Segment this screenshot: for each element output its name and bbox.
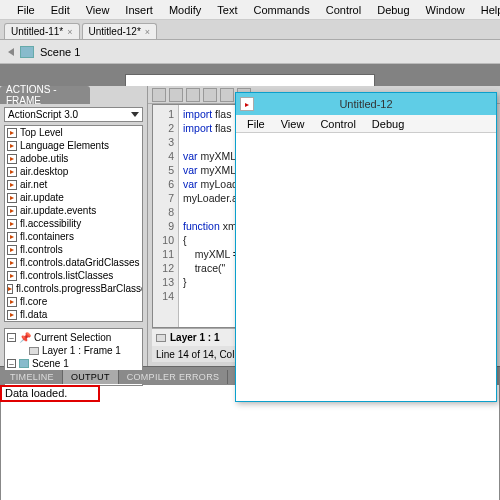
chevron-down-icon <box>131 112 139 117</box>
package-label: fl.controls.listClasses <box>20 270 113 281</box>
package-label: air.net <box>20 179 47 190</box>
line-gutter: 1234567891011121314 <box>153 105 179 327</box>
package-icon: ▸ <box>7 310 17 320</box>
pin-icon: 📌 <box>19 332 31 343</box>
stage-canvas[interactable] <box>125 74 375 86</box>
document-tabs: Untitled-11* × Untitled-12* × <box>0 20 500 40</box>
script-version-select[interactable]: ActionScript 3.0 <box>4 107 143 122</box>
menu-control[interactable]: Control <box>319 2 368 18</box>
menu-view[interactable]: View <box>79 2 117 18</box>
swf-menu-debug[interactable]: Debug <box>365 116 411 132</box>
menu-insert[interactable]: Insert <box>118 2 160 18</box>
toolbar-button[interactable] <box>220 88 234 102</box>
menu-text[interactable]: Text <box>210 2 244 18</box>
script-version-label: ActionScript 3.0 <box>8 109 78 120</box>
tree-toggle-icon[interactable]: – <box>7 359 16 368</box>
toolbar-button[interactable] <box>186 88 200 102</box>
package-icon: ▸ <box>7 271 17 281</box>
scene-icon <box>20 46 34 58</box>
package-item[interactable]: ▸fl.core <box>5 295 142 308</box>
menu-debug[interactable]: Debug <box>370 2 416 18</box>
doc-tab[interactable]: Untitled-12* × <box>82 23 158 39</box>
package-icon: ▸ <box>7 167 17 177</box>
swf-menu-control[interactable]: Control <box>313 116 362 132</box>
menu-modify[interactable]: Modify <box>162 2 208 18</box>
package-list[interactable]: ▸Top Level▸Language Elements▸adobe.utils… <box>4 125 143 322</box>
package-icon: ▸ <box>7 232 17 242</box>
package-label: Language Elements <box>20 140 109 151</box>
package-item[interactable]: ▸fl.accessibility <box>5 217 142 230</box>
package-icon: ▸ <box>7 128 17 138</box>
current-selection-label: Current Selection <box>34 332 111 343</box>
swf-menu-view[interactable]: View <box>274 116 312 132</box>
menubar: File Edit View Insert Modify Text Comman… <box>0 0 500 20</box>
package-item[interactable]: ▸Top Level <box>5 126 142 139</box>
menu-commands[interactable]: Commands <box>246 2 316 18</box>
tab-compiler-errors[interactable]: COMPILER ERRORS <box>119 370 229 384</box>
back-icon[interactable] <box>8 48 14 56</box>
package-icon: ▸ <box>7 258 17 268</box>
swf-preview-window[interactable]: ▸ Untitled-12 File View Control Debug <box>235 92 497 402</box>
package-label: air.update <box>20 192 64 203</box>
tab-timeline[interactable]: TIMELINE <box>2 370 63 384</box>
package-item[interactable]: ▸fl.data <box>5 308 142 321</box>
swf-menubar: File View Control Debug <box>236 115 496 133</box>
close-icon[interactable]: × <box>145 27 150 37</box>
close-icon[interactable]: × <box>67 27 72 37</box>
package-label: fl.accessibility <box>20 218 81 229</box>
layer-breadcrumb-label: Layer 1 : 1 <box>170 332 219 343</box>
package-label: fl.containers <box>20 231 74 242</box>
stage-area <box>0 64 500 86</box>
package-item[interactable]: ▸adobe.utils <box>5 152 142 165</box>
scene-tree-label[interactable]: Scene 1 <box>32 358 69 369</box>
package-label: Top Level <box>20 127 63 138</box>
menu-window[interactable]: Window <box>419 2 472 18</box>
package-icon: ▸ <box>7 297 17 307</box>
scene-bar: Scene 1 <box>0 40 500 64</box>
package-item[interactable]: ▸air.net <box>5 178 142 191</box>
package-icon: ▸ <box>7 245 17 255</box>
cursor-position: Line 14 of 14, Col 2 <box>156 349 243 360</box>
package-item[interactable]: ▸fl.containers <box>5 230 142 243</box>
package-label: fl.controls.dataGridClasses <box>20 257 140 268</box>
toolbar-button[interactable] <box>152 88 166 102</box>
package-label: fl.controls <box>20 244 63 255</box>
package-icon: ▸ <box>7 141 17 151</box>
package-item[interactable]: ▸air.update <box>5 191 142 204</box>
toolbar-button[interactable] <box>203 88 217 102</box>
package-label: fl.core <box>20 296 47 307</box>
menu-file[interactable]: File <box>10 2 42 18</box>
menu-help[interactable]: Help <box>474 2 500 18</box>
swf-menu-file[interactable]: File <box>240 116 272 132</box>
swf-titlebar[interactable]: ▸ Untitled-12 <box>236 93 496 115</box>
package-icon: ▸ <box>7 206 17 216</box>
flash-player-icon: ▸ <box>240 97 254 111</box>
actions-panel: ACTIONS - FRAME ActionScript 3.0 ▸Top Le… <box>0 86 148 366</box>
swf-stage[interactable] <box>236 133 496 401</box>
package-item[interactable]: ▸air.update.events <box>5 204 142 217</box>
menu-edit[interactable]: Edit <box>44 2 77 18</box>
layer-icon <box>29 347 39 355</box>
package-item[interactable]: ▸fl.controls <box>5 243 142 256</box>
package-item[interactable]: ▸fl.controls.dataGridClasses <box>5 256 142 269</box>
toolbar-button[interactable] <box>169 88 183 102</box>
package-icon: ▸ <box>7 284 13 294</box>
output-text: Data loaded. <box>5 387 67 399</box>
package-label: fl.data <box>20 309 47 320</box>
package-icon: ▸ <box>7 154 17 164</box>
package-item[interactable]: ▸fl.controls.listClasses <box>5 269 142 282</box>
package-label: fl.controls.progressBarClasses <box>16 283 143 294</box>
doc-tab[interactable]: Untitled-11* × <box>4 23 80 39</box>
package-item[interactable]: ▸air.desktop <box>5 165 142 178</box>
doc-tab-label: Untitled-12* <box>89 26 141 37</box>
tab-output[interactable]: OUTPUT <box>63 370 119 384</box>
actions-panel-tab[interactable]: ACTIONS - FRAME <box>0 86 90 104</box>
package-icon: ▸ <box>7 180 17 190</box>
doc-tab-label: Untitled-11* <box>11 26 63 37</box>
package-item[interactable]: ▸Language Elements <box>5 139 142 152</box>
layer-icon <box>156 334 166 342</box>
package-label: air.update.events <box>20 205 96 216</box>
current-layer-label[interactable]: Layer 1 : Frame 1 <box>42 345 121 356</box>
tree-toggle-icon[interactable]: – <box>7 333 16 342</box>
package-item[interactable]: ▸fl.controls.progressBarClasses <box>5 282 142 295</box>
